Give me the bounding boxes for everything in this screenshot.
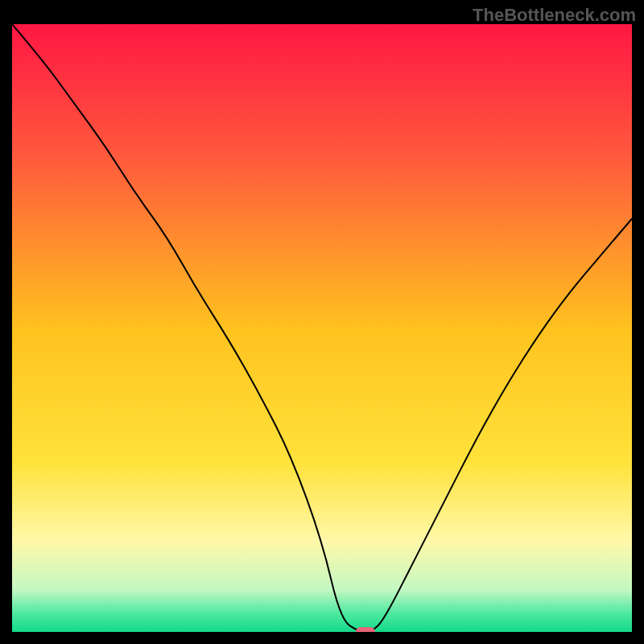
chart-svg bbox=[12, 24, 632, 632]
watermark-text: TheBottleneck.com bbox=[473, 5, 636, 26]
bottleneck-chart bbox=[12, 24, 632, 632]
optimum-marker bbox=[356, 627, 375, 632]
gradient-background bbox=[12, 24, 632, 632]
